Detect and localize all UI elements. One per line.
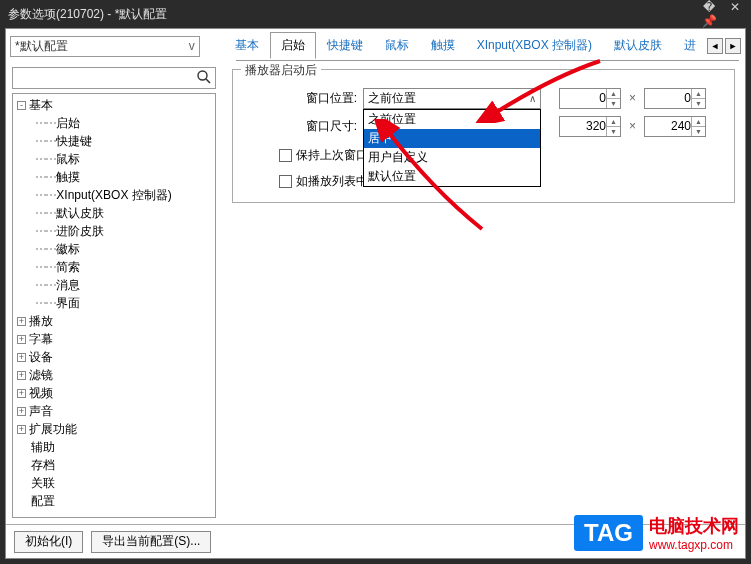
tree-item[interactable]: 声音 [29,404,53,418]
pos-y-input[interactable]: 0 ▲▼ [644,88,706,109]
tree-item[interactable]: 进阶皮肤 [56,224,104,238]
tree-toggle[interactable]: - [17,101,26,110]
tree-item[interactable]: 配置 [31,494,55,508]
input-value: 320 [586,119,606,133]
spin-down-icon[interactable]: ▼ [691,127,705,136]
tree-item[interactable]: 鼠标 [56,152,80,166]
spin-up-icon[interactable]: ▲ [691,89,705,99]
tab-scroll-left[interactable]: ◄ [707,38,723,54]
input-value: 240 [671,119,691,133]
tree-item[interactable]: 徽标 [56,242,80,256]
window-position-combo[interactable]: 之前位置 ∧ 之前位置 居中 用户自定义 默认位置 [363,88,541,109]
tree-item[interactable]: 关联 [31,476,55,490]
tree-toggle[interactable]: + [17,407,26,416]
tree-item[interactable]: 快捷键 [56,134,92,148]
tree-item[interactable]: 字幕 [29,332,53,346]
tree-item[interactable]: 基本 [29,98,53,112]
tree-item[interactable]: 辅助 [31,440,55,454]
export-config-button[interactable]: 导出当前配置(S)... [91,531,211,553]
tab-touch[interactable]: 触摸 [420,32,466,59]
tree-item[interactable]: 滤镜 [29,368,53,382]
tab-hotkey[interactable]: 快捷键 [316,32,374,59]
checkbox-icon[interactable] [279,175,292,188]
tree-item[interactable]: 简索 [56,260,80,274]
tree-toggle[interactable]: + [17,335,26,344]
size-h-input[interactable]: 240 ▲▼ [644,116,706,137]
search-input[interactable] [12,67,216,89]
tree-toggle[interactable]: + [17,371,26,380]
input-value: 0 [684,91,691,105]
combo-value: 之前位置 [368,90,416,107]
tree-item[interactable]: 扩展功能 [29,422,77,436]
initialize-button[interactable]: 初始化(I) [14,531,83,553]
spin-up-icon[interactable]: ▲ [606,89,620,99]
category-tree[interactable]: -基本 启始 快捷键 鼠标 触摸 XInput(XBOX 控制器) 默认皮肤 进… [12,93,216,518]
spin-down-icon[interactable]: ▼ [606,127,620,136]
tree-item[interactable]: 设备 [29,350,53,364]
startup-group: 播放器启动后 窗口位置: 之前位置 ∧ 之前位置 居中 用户自定义 默认位置 [232,69,735,203]
tree-item[interactable]: 消息 [56,278,80,292]
window-position-label: 窗口位置: [243,90,363,107]
tree-toggle[interactable]: + [17,353,26,362]
tab-xinput[interactable]: XInput(XBOX 控制器) [466,32,603,59]
tree-item[interactable]: 播放 [29,314,53,328]
tab-basic[interactable]: 基本 [224,32,270,59]
tree-toggle[interactable]: + [17,317,26,326]
tree-item[interactable]: 存档 [31,458,55,472]
spin-down-icon[interactable]: ▼ [691,99,705,108]
times-icon: × [629,91,636,105]
pin-icon[interactable]: �📌 [701,0,717,28]
times-icon: × [629,119,636,133]
size-w-input[interactable]: 320 ▲▼ [559,116,621,137]
tree-toggle[interactable]: + [17,425,26,434]
spin-up-icon[interactable]: ▲ [691,117,705,127]
pos-x-input[interactable]: 0 ▲▼ [559,88,621,109]
tab-more[interactable]: 进 [673,32,707,59]
dropdown-option[interactable]: 用户自定义 [364,148,540,167]
chevron-down-icon: v [189,39,195,53]
tree-item[interactable]: 视频 [29,386,53,400]
svg-point-0 [198,71,207,80]
chevron-up-icon: ∧ [529,93,536,104]
window-position-dropdown[interactable]: 之前位置 居中 用户自定义 默认位置 [363,109,541,187]
tree-item[interactable]: 界面 [56,296,80,310]
dropdown-option[interactable]: 居中 [364,129,540,148]
svg-line-1 [206,79,210,83]
tree-item[interactable]: 触摸 [56,170,80,184]
tab-mouse[interactable]: 鼠标 [374,32,420,59]
tab-scroll-right[interactable]: ► [725,38,741,54]
tree-toggle[interactable]: + [17,389,26,398]
checkbox-icon[interactable] [279,149,292,162]
group-legend: 播放器启动后 [241,62,321,79]
dropdown-option[interactable]: 默认位置 [364,167,540,186]
window-title: 参数选项(210702) - *默认配置 [8,6,167,23]
window-size-label: 窗口尺寸: [243,118,363,135]
profile-select[interactable]: *默认配置 v [10,36,200,57]
tree-item[interactable]: XInput(XBOX 控制器) [56,188,171,202]
close-icon[interactable]: ✕ [727,0,743,28]
tab-start[interactable]: 启始 [270,32,316,59]
tree-item[interactable]: 启始 [56,116,80,130]
dropdown-option[interactable]: 之前位置 [364,110,540,129]
titlebar: 参数选项(210702) - *默认配置 �📌 ✕ [0,0,751,28]
profile-selected: *默认配置 [15,38,68,55]
input-value: 0 [599,91,606,105]
tab-skin[interactable]: 默认皮肤 [603,32,673,59]
spin-down-icon[interactable]: ▼ [606,99,620,108]
tree-item[interactable]: 默认皮肤 [56,206,104,220]
search-icon[interactable] [196,69,212,85]
spin-up-icon[interactable]: ▲ [606,117,620,127]
tab-strip: 基本 启始 快捷键 鼠标 触摸 XInput(XBOX 控制器) 默认皮肤 进 [224,33,707,59]
